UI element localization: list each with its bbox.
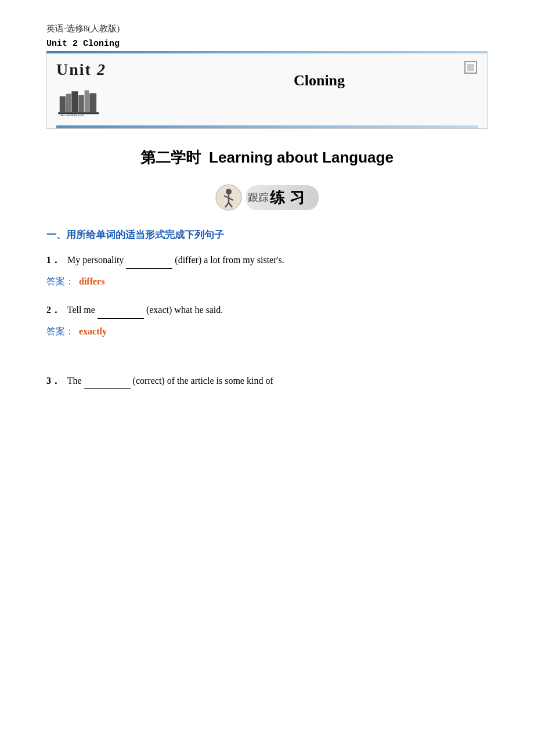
svg-text:书山有路勤为径: 书山有路勤为径 (60, 114, 84, 116)
page-container: 英语·选修8(人教版) Unit 2 Cloning Unit 2 (0, 0, 534, 756)
q2-answer-label: 答案： (46, 326, 74, 336)
q1-after: a lot from my sister's. (204, 255, 284, 265)
q3-before: The (67, 376, 84, 386)
question-1: 1． My personality (differ) a lot from my… (46, 252, 488, 288)
svg-rect-5 (89, 93, 96, 113)
q3-hint: (correct) (133, 376, 165, 386)
spacer (46, 352, 488, 373)
q2-blank (98, 307, 144, 318)
practice-label: 跟踪 练 习 (246, 185, 318, 210)
question-3-text: 3． The (correct) of the article is some … (46, 373, 488, 390)
section1-heading: 一、用所给单词的适当形式完成下列句子 (46, 228, 488, 242)
q2-answer-block: 答案： exactly (46, 326, 488, 338)
unit2-left: Unit 2 书山有路勤为径 (56, 60, 161, 118)
q3-after: of the article is some kind of (167, 376, 273, 386)
practice-person-icon (215, 184, 242, 211)
subtitle-row: 第二学时 Learning about Language (46, 147, 488, 168)
header-inner: Unit 2 书山有路勤为径 (56, 60, 478, 118)
header-center: Cloning (161, 60, 478, 89)
books-icon-area: 书山有路勤为径 (56, 81, 103, 118)
q2-after: what he said. (174, 305, 223, 315)
header-footer-bar (56, 125, 478, 128)
q3-num: 3． (46, 376, 60, 386)
subtitle-en: Learning about Language (209, 149, 394, 166)
unit-title-line: Unit 2 Cloning (46, 39, 488, 49)
question-2: 2． Tell me (exact) what he said. 答案： exa… (46, 302, 488, 338)
q1-answer-value: differs (79, 276, 104, 286)
q1-before: My personality (67, 255, 124, 265)
unit2-text: Unit 2 (56, 60, 106, 79)
practice-zh-text: 练 习 (270, 188, 304, 208)
practice-cn-text: 跟踪 (248, 190, 269, 204)
svg-rect-4 (85, 90, 89, 112)
q1-answer-block: 答案： differs (46, 276, 488, 288)
svg-rect-3 (78, 95, 84, 112)
q1-answer-label: 答案： (46, 276, 74, 286)
question-3: 3． The (correct) of the article is some … (46, 373, 488, 390)
svg-rect-1 (66, 93, 71, 112)
q3-blank (84, 378, 131, 389)
svg-rect-2 (71, 91, 78, 112)
subtitle-cn: 第二学时 (140, 149, 201, 166)
q2-answer-value: exactly (79, 326, 107, 336)
top-label: 英语·选修8(人教版) (46, 23, 488, 34)
q1-hint: (differ) (175, 255, 201, 265)
q2-hint: (exact) (146, 305, 172, 315)
practice-banner: 跟踪 练 习 (46, 184, 488, 211)
question-2-text: 2． Tell me (exact) what he said. (46, 302, 488, 319)
question-1-text: 1． My personality (differ) a lot from my… (46, 252, 488, 269)
q1-blank (126, 258, 172, 269)
unit-number: 2 (97, 60, 106, 78)
q2-before: Tell me (67, 305, 98, 315)
svg-rect-0 (60, 96, 66, 112)
svg-rect-9 (467, 64, 474, 71)
q2-num: 2． (46, 305, 60, 315)
books-svg: 书山有路勤为径 (56, 81, 103, 116)
svg-point-11 (226, 189, 232, 195)
cloning-title: Cloning (294, 72, 345, 89)
corner-icon (464, 60, 478, 74)
q1-num: 1． (46, 255, 60, 265)
header-box: Unit 2 书山有路勤为径 (46, 53, 488, 129)
unit-word: Unit (56, 60, 97, 78)
